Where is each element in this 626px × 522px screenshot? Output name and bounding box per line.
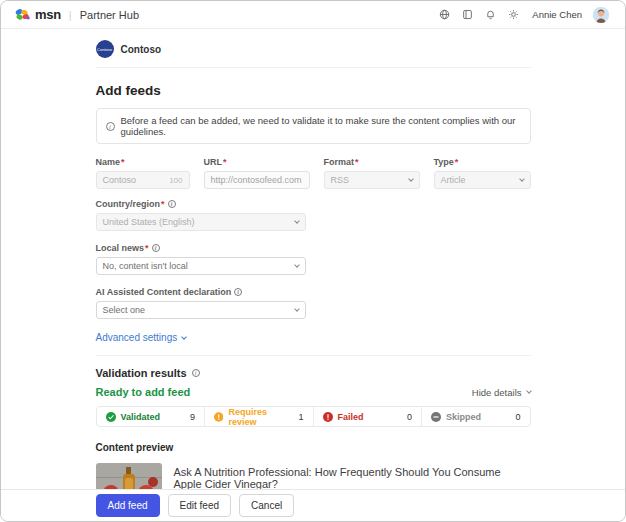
action-footer: Add feed Edit feed Cancel — [1, 489, 625, 521]
stat-requires-review: Requires review 1 — [204, 407, 313, 426]
section-divider — [96, 355, 531, 356]
settings-gear-icon[interactable] — [507, 9, 519, 21]
cancel-button[interactable]: Cancel — [239, 494, 294, 517]
stat-validated-count: 9 — [190, 412, 195, 422]
type-field-group: Type Article — [434, 157, 531, 189]
url-field-group: URL http://contosofeed.com — [204, 157, 310, 189]
country-select: United States (English) — [96, 213, 306, 231]
chevron-down-icon — [294, 218, 300, 224]
url-placeholder: http://contosofeed.com — [211, 175, 302, 185]
user-name: Annie Chen — [532, 9, 582, 20]
type-label: Type — [434, 157, 459, 167]
country-info-icon: i — [168, 200, 176, 208]
format-label: Format — [324, 157, 359, 167]
ai-declaration-label: AI Assisted Content declaration — [96, 287, 232, 297]
guide-book-icon[interactable] — [461, 9, 473, 21]
advanced-settings-label: Advanced settings — [96, 332, 178, 343]
country-label: Country/region — [96, 199, 165, 209]
name-char-counter: 100 — [169, 176, 182, 185]
brand-divider: | — [69, 9, 72, 21]
local-news-info-icon: i — [152, 244, 160, 252]
content-item[interactable]: Ask A Nutrition Professional: How Freque… — [96, 455, 531, 491]
chevron-down-icon — [294, 262, 300, 268]
top-right-actions: Annie Chen — [438, 7, 609, 23]
info-banner: i Before a feed can be added, we need to… — [96, 108, 531, 144]
edit-feed-button[interactable]: Edit feed — [168, 494, 231, 517]
format-value: RSS — [331, 175, 350, 185]
content-preview-list: Ask A Nutrition Professional: How Freque… — [96, 455, 531, 491]
info-banner-text: Before a feed can be added, we need to v… — [121, 115, 521, 137]
type-select: Article — [434, 171, 531, 189]
ai-declaration-select[interactable]: Select one — [96, 301, 306, 319]
ai-declaration-field-group: AI Assisted Content declaration i Select… — [96, 287, 531, 319]
local-news-value: No, content isn't local — [103, 261, 188, 271]
content-preview-title: Content preview — [96, 442, 531, 453]
msn-butterfly-logo-icon — [15, 8, 30, 21]
url-input[interactable]: http://contosofeed.com — [204, 171, 310, 189]
stat-validated-label: Validated — [121, 412, 161, 422]
validation-info-icon: i — [192, 369, 200, 377]
warning-icon — [214, 412, 223, 422]
local-news-field-group: Local news i No, content isn't local — [96, 243, 531, 275]
skipped-icon — [431, 412, 441, 422]
validated-check-icon — [106, 412, 116, 422]
chevron-down-icon — [519, 176, 525, 182]
hide-details-toggle[interactable]: Hide details — [472, 387, 531, 398]
notifications-bell-icon[interactable] — [484, 9, 496, 21]
stat-failed: Failed 0 — [313, 407, 422, 426]
publisher-badge: Contoso — [96, 40, 114, 58]
app-window: msn | Partner Hub — [0, 0, 626, 522]
top-bar: msn | Partner Hub — [1, 1, 625, 29]
name-input: Contoso 100 — [96, 171, 190, 189]
type-value: Article — [441, 175, 466, 185]
chevron-down-icon — [181, 334, 187, 340]
stat-skipped: Skipped 0 — [421, 407, 530, 426]
format-field-group: Format RSS — [324, 157, 420, 189]
brand-msn-label: msn — [35, 7, 61, 22]
local-news-select[interactable]: No, content isn't local — [96, 257, 306, 275]
publisher-name: Contoso — [121, 44, 162, 55]
brand: msn | Partner Hub — [15, 7, 139, 22]
info-icon: i — [106, 122, 115, 131]
ai-declaration-value: Select one — [103, 305, 146, 315]
app-name: Partner Hub — [80, 9, 139, 21]
advanced-settings-link[interactable]: Advanced settings — [96, 332, 531, 343]
article-title: Ask A Nutrition Professional: How Freque… — [174, 466, 531, 490]
user-avatar[interactable] — [593, 7, 609, 23]
globe-icon[interactable] — [438, 9, 450, 21]
error-icon — [323, 412, 333, 422]
validation-results-title: Validation results — [96, 367, 187, 379]
country-field-group: Country/region i United States (English) — [96, 199, 531, 231]
validation-results-header: Validation results i — [96, 367, 531, 379]
name-value: Contoso — [103, 175, 137, 185]
stat-skipped-label: Skipped — [446, 412, 481, 422]
stat-skipped-count: 0 — [515, 412, 520, 422]
url-label: URL — [204, 157, 227, 167]
local-news-label: Local news — [96, 243, 149, 253]
stat-failed-count: 0 — [407, 412, 412, 422]
stat-validated: Validated 9 — [97, 407, 205, 426]
country-value: United States (English) — [103, 217, 195, 227]
hide-details-label: Hide details — [472, 387, 522, 398]
name-field-group: Name Contoso 100 — [96, 157, 190, 189]
stat-failed-label: Failed — [338, 412, 364, 422]
stat-requires-review-count: 1 — [298, 412, 303, 422]
article-thumbnail-apple-cider — [96, 463, 162, 491]
feed-form-row: Name Contoso 100 URL http://contosofeed.… — [96, 157, 531, 189]
stat-requires-review-label: Requires review — [228, 407, 293, 427]
chevron-down-icon — [294, 306, 300, 312]
publisher-row: Contoso Contoso — [96, 29, 531, 68]
add-feed-button[interactable]: Add feed — [96, 494, 160, 517]
chevron-down-icon — [526, 388, 532, 394]
name-label: Name — [96, 157, 125, 167]
validation-stats-bar: Validated 9 Requires review 1 Failed 0 S… — [96, 406, 531, 427]
page-title: Add feeds — [96, 83, 531, 98]
chevron-down-icon — [408, 176, 414, 182]
validation-status: Ready to add feed — [96, 386, 191, 398]
ai-declaration-info-icon: i — [234, 288, 242, 296]
format-select: RSS — [324, 171, 420, 189]
main-content: Contoso Contoso Add feeds i Before a fee… — [1, 29, 625, 491]
